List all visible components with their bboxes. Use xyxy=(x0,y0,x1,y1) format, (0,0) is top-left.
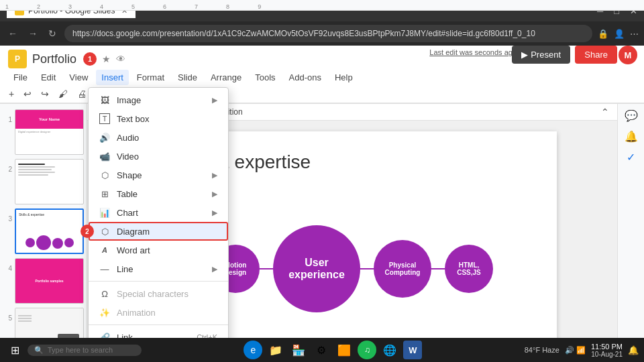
slide-number-3: 3 xyxy=(3,208,12,223)
system-tray[interactable]: 🔊 📶 xyxy=(565,346,586,355)
diagram-icon: ⬡ xyxy=(99,226,110,237)
slide-item-1[interactable]: 1 Your Name Digital experience designer xyxy=(3,109,84,155)
dd-label-diagram: Diagram xyxy=(117,227,150,237)
dd-item-textbox[interactable]: T Text box xyxy=(89,109,228,128)
slide-thumb-3[interactable]: Skills & expertise xyxy=(15,208,84,254)
menu-help[interactable]: Help xyxy=(329,70,358,85)
notification-icon[interactable]: 🔔 xyxy=(625,130,638,143)
back-button[interactable]: ← xyxy=(5,25,20,42)
connector-1 xyxy=(260,268,273,269)
present-mode-icon[interactable]: 👁 xyxy=(116,54,125,64)
menu-insert[interactable]: Insert xyxy=(96,70,129,85)
slide-thumb-2[interactable] xyxy=(15,159,84,204)
menu-file[interactable]: File xyxy=(8,70,33,85)
forward-button[interactable]: → xyxy=(25,25,40,42)
dd-item-diagram[interactable]: 2 ⬡ Diagram xyxy=(89,222,228,241)
taskbar-app-chrome[interactable]: 🌐 xyxy=(380,341,399,359)
menu-slide[interactable]: Slide xyxy=(172,70,203,85)
qt-add[interactable]: + xyxy=(5,86,17,101)
taskbar-app-spotify[interactable]: ♫ xyxy=(358,341,376,359)
slide-item-2[interactable]: 2 xyxy=(3,159,84,204)
dd-item-wordart[interactable]: A Word art xyxy=(89,241,228,259)
taskbar: ⊞ 🔍 e 📁 🏪 ⚙ 🟧 ♫ 🌐 W 84°F Haz xyxy=(0,338,644,362)
dd-label-wordart: Word art xyxy=(117,245,150,255)
chat-icon[interactable]: 💬 xyxy=(625,109,638,122)
extensions-icon[interactable]: 🔒 xyxy=(598,29,608,39)
menu-arrange[interactable]: Arrange xyxy=(205,70,247,85)
menu-edit[interactable]: Edit xyxy=(36,70,61,85)
taskbar-app-office[interactable]: 🟧 xyxy=(335,341,354,359)
qt-undo[interactable]: ↩ xyxy=(20,86,35,101)
dd-separator-2 xyxy=(89,324,228,325)
shape-arrow: ▶ xyxy=(212,171,217,180)
insert-dropdown-menu: 🖼 Image ▶ T Text box 🔊 Audio 📹 Video ⬡ S… xyxy=(88,87,229,362)
qt-redo[interactable]: ↪ xyxy=(38,86,52,101)
step-1-badge: 1 xyxy=(83,52,97,66)
notification-bell[interactable]: 🔔 xyxy=(628,345,639,355)
video-icon: 📹 xyxy=(99,151,110,162)
dd-item-video[interactable]: 📹 Video xyxy=(89,147,228,166)
browser-icons: 🔒 👤 ⋯ xyxy=(598,29,639,39)
dd-item-audio[interactable]: 🔊 Audio xyxy=(89,128,228,147)
date-display: 10-Aug-21 xyxy=(591,351,623,358)
slide-item-4[interactable]: 4 Portfolio samples xyxy=(3,258,84,304)
dd-label-video: Video xyxy=(117,152,139,162)
dd-label-special-chars: Special characters xyxy=(117,289,189,299)
dd-separator-1 xyxy=(89,281,228,282)
menu-tools[interactable]: Tools xyxy=(250,70,280,85)
menu-format[interactable]: Format xyxy=(131,70,170,85)
dd-item-table[interactable]: ⊞ Table ▶ xyxy=(89,184,228,203)
dd-item-shape[interactable]: ⬡ Shape ▶ xyxy=(89,166,228,184)
slide-item-3[interactable]: 3 Skills & expertise xyxy=(3,208,84,254)
app-logo: P xyxy=(8,50,27,68)
dd-label-shape: Shape xyxy=(117,170,142,180)
start-button[interactable]: ⊞ xyxy=(5,341,25,359)
url-input[interactable] xyxy=(64,25,592,42)
share-button[interactable]: Share xyxy=(575,46,617,64)
present-button[interactable]: ▶ Present xyxy=(512,46,570,64)
menu-addons[interactable]: Add-ons xyxy=(284,70,327,85)
last-edit-text[interactable]: Last edit was seconds ago xyxy=(429,48,517,56)
shape-icon: ⬡ xyxy=(99,170,110,180)
dd-item-image[interactable]: 🖼 Image ▶ xyxy=(89,90,228,109)
slide-thumb-4[interactable]: Portfolio samples xyxy=(15,258,84,304)
dd-item-chart[interactable]: 📊 Chart ▶ xyxy=(89,203,228,222)
slides-panel: 1 Your Name Digital experience designer … xyxy=(0,104,87,362)
circle-physical-computing: PhysicalComputing xyxy=(374,240,431,298)
taskbar-app-word[interactable]: W xyxy=(403,341,422,359)
time-display: 11:50 PM xyxy=(591,343,623,351)
star-icon[interactable]: ★ xyxy=(102,54,111,64)
taskbar-app-store[interactable]: 🏪 xyxy=(289,341,308,359)
special-chars-icon: Ω xyxy=(99,288,110,299)
taskbar-search[interactable]: 🔍 xyxy=(28,345,142,356)
menu-view[interactable]: View xyxy=(64,70,93,85)
account-avatar[interactable]: M xyxy=(619,46,637,64)
address-bar: ← → ↻ 🔒 👤 ⋯ xyxy=(0,21,644,46)
right-panel: 💬 🔔 ✓ + xyxy=(617,104,644,362)
audio-icon: 🔊 xyxy=(99,132,110,143)
taskbar-app-edge[interactable]: e xyxy=(244,341,262,359)
dd-label-line: Line xyxy=(117,264,133,274)
slide-number-4: 4 xyxy=(3,258,12,272)
chart-icon: 📊 xyxy=(99,207,110,218)
dd-label-audio: Audio xyxy=(117,133,139,143)
slide-thumb-1[interactable]: Your Name Digital experience designer xyxy=(15,109,84,155)
taskbar-app-explorer[interactable]: 📁 xyxy=(266,341,285,359)
collapse-icon[interactable]: ⌃ xyxy=(601,107,609,117)
dd-label-table: Table xyxy=(117,189,138,199)
taskbar-right: 84°F Haze 🔊 📶 11:50 PM 10-Aug-21 🔔 xyxy=(525,343,639,358)
qt-paint[interactable]: 🖌 xyxy=(55,86,71,101)
app-title: Portfolio xyxy=(32,52,76,66)
connector-2 xyxy=(360,268,374,269)
taskbar-search-input[interactable] xyxy=(48,346,135,354)
profile-icon[interactable]: 👤 xyxy=(614,29,625,39)
line-arrow: ▶ xyxy=(212,265,217,274)
more-icon[interactable]: ⋯ xyxy=(630,29,639,39)
dd-item-line[interactable]: — Line ▶ xyxy=(89,259,228,278)
slide-number-1: 1 xyxy=(3,109,12,123)
check-icon[interactable]: ✓ xyxy=(627,151,635,164)
taskbar-app-settings[interactable]: ⚙ xyxy=(312,341,331,359)
reload-button[interactable]: ↻ xyxy=(46,25,59,42)
taskbar-apps: e 📁 🏪 ⚙ 🟧 ♫ 🌐 W xyxy=(244,341,422,359)
table-icon: ⊞ xyxy=(99,188,110,199)
